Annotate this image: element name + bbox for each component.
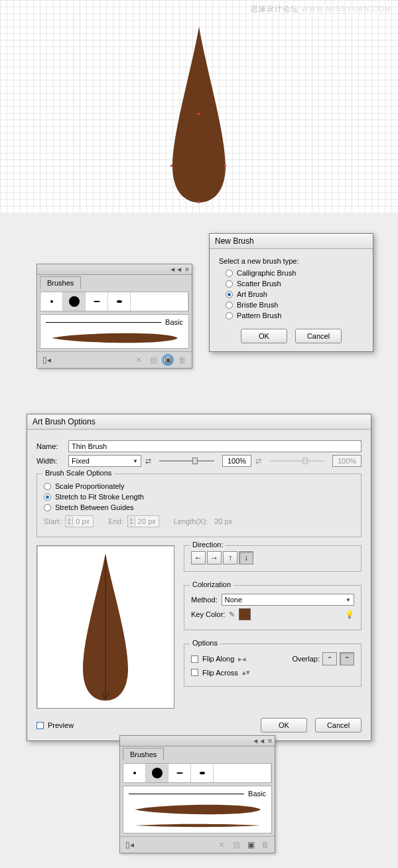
brush-basic-row[interactable]: Basic — [43, 317, 186, 327]
flip-across-icon: ▴▾ — [242, 668, 250, 677]
panel-tabbar: ◄◄ ≡ — [37, 264, 192, 275]
flip-across-checkbox[interactable] — [191, 669, 198, 676]
brush-thin-brush[interactable] — [126, 820, 269, 831]
options-of-selected-icon[interactable]: ▤ — [231, 839, 241, 850]
collapse-icon[interactable]: ◄◄ — [169, 266, 182, 273]
svg-point-6 — [152, 768, 163, 778]
brush-list: Basic — [40, 314, 189, 349]
watermark-cn: 思缘设计论坛 — [251, 5, 298, 13]
collapse-icon[interactable]: ◄◄ — [252, 737, 265, 744]
flip-across-label: Flip Across — [202, 669, 238, 677]
method-label: Method: — [191, 596, 218, 604]
direction-right-button[interactable]: → — [207, 551, 222, 564]
brush-swatch-2[interactable] — [63, 292, 86, 311]
key-color-swatch[interactable] — [239, 608, 251, 620]
brush-swatches-row — [123, 763, 272, 783]
start-spinner: ▲▼0 px — [65, 515, 94, 527]
width-mode-select[interactable]: Fixed▼ — [68, 455, 141, 467]
link-icon: ⇄ — [255, 457, 261, 466]
library-icon[interactable]: ▯◂ — [124, 839, 135, 850]
brush-swatch-4[interactable] — [108, 292, 131, 311]
preview-checkbox[interactable] — [36, 722, 44, 729]
remove-stroke-icon[interactable]: ✕ — [133, 355, 144, 365]
radio-art[interactable]: Art Brush — [226, 290, 364, 298]
prompt-label: Select a new brush type: — [219, 257, 364, 265]
artboard-canvas[interactable]: 思缘设计论坛 WWW.MISSYUAN.COM — [0, 0, 398, 213]
preview-label: Preview — [48, 721, 74, 729]
panel-tabbar: ◄◄ ≡ — [120, 736, 275, 746]
width-slider-1[interactable] — [159, 460, 214, 462]
remove-stroke-icon[interactable]: ✕ — [216, 839, 227, 850]
flip-along-icon: ▸◂ — [238, 655, 246, 663]
group-title: Brush Scale Options — [42, 469, 114, 477]
width-pct-1[interactable]: 100% — [222, 455, 251, 467]
direction-left-button[interactable]: ← — [191, 551, 206, 564]
brush-swatch-2[interactable] — [146, 764, 168, 782]
brushes-panel-result: ◄◄ ≡ Brushes Basic ▯◂ ✕ ▤ ▣ 🗑 — [119, 735, 275, 853]
svg-point-1 — [69, 296, 80, 307]
name-label: Name: — [36, 442, 64, 450]
trash-icon[interactable]: 🗑 — [260, 839, 271, 850]
ok-button[interactable]: OK — [261, 718, 307, 733]
options-of-selected-icon[interactable]: ▤ — [148, 355, 159, 365]
flip-width-icon[interactable]: ⇄ — [145, 457, 151, 466]
radio-stretch-guides[interactable]: Stretch Between Guides — [44, 503, 354, 511]
start-label: Start: — [44, 517, 61, 525]
radio-pattern[interactable]: Pattern Brush — [226, 311, 364, 319]
anchor-right[interactable] — [224, 165, 226, 167]
svg-point-5 — [133, 772, 136, 774]
brush-swatch-empty[interactable] — [131, 292, 188, 311]
anchor-center[interactable] — [198, 113, 200, 115]
anchor-left[interactable] — [170, 165, 172, 167]
svg-point-0 — [50, 300, 53, 303]
overlap-cut-button[interactable]: ⌃ — [340, 652, 354, 665]
panel-footer: ▯◂ ✕ ▤ ▣ 🗑 — [37, 351, 192, 368]
menu-icon[interactable]: ≡ — [185, 266, 189, 273]
new-brush-icon[interactable]: ▣ — [245, 839, 256, 850]
group-title: Colorization — [190, 580, 233, 588]
brush-artbrush-1[interactable] — [126, 802, 269, 818]
overlap-none-button[interactable]: ⌃ — [322, 652, 337, 665]
new-brush-icon[interactable]: ▣ — [163, 355, 173, 365]
name-input[interactable] — [68, 440, 362, 452]
width-label: Width: — [36, 457, 64, 465]
width-pct-2: 100% — [332, 455, 362, 467]
svg-point-7 — [176, 772, 183, 774]
brush-scale-group: Brush Scale Options Scale Proportionatel… — [36, 474, 362, 537]
cancel-button[interactable]: Cancel — [295, 329, 342, 343]
ok-button[interactable]: OK — [241, 329, 287, 343]
brush-list: Basic — [123, 786, 272, 833]
selected-path-leaf[interactable] — [159, 27, 239, 206]
brush-basic-label: Basic — [165, 318, 183, 326]
brushes-tab[interactable]: Brushes — [123, 748, 164, 760]
dialog-title: Art Brush Options — [27, 414, 371, 430]
brush-swatch-4[interactable] — [191, 764, 214, 782]
cancel-button[interactable]: Cancel — [315, 718, 362, 733]
new-brush-dialog: New Brush Select a new brush type: Calli… — [209, 233, 373, 352]
brush-basic-row[interactable]: Basic — [126, 788, 269, 799]
anchor-bottom[interactable] — [198, 201, 200, 203]
length-label: Length(X): — [174, 517, 208, 525]
tips-icon[interactable]: 💡 — [345, 610, 354, 619]
brushes-tab[interactable]: Brushes — [40, 276, 81, 289]
direction-up-button[interactable]: ↑ — [223, 551, 237, 564]
radio-calligraphic[interactable]: Calligraphic Brush — [226, 269, 364, 277]
radio-bristle[interactable]: Bristle Brush — [226, 301, 364, 309]
library-icon[interactable]: ▯◂ — [41, 355, 52, 365]
brush-swatch-1[interactable] — [40, 292, 63, 311]
brush-swatch-empty[interactable] — [214, 764, 271, 782]
direction-down-button[interactable]: ↓ — [239, 551, 253, 564]
brush-swatch-3[interactable] — [86, 292, 108, 311]
eyedropper-icon[interactable]: ✎ — [229, 610, 235, 619]
radio-scale-proportionately[interactable]: Scale Proportionately — [44, 482, 354, 490]
brush-swatch-3[interactable] — [168, 764, 191, 782]
watermark: 思缘设计论坛 WWW.MISSYUAN.COM — [251, 4, 391, 14]
trash-icon[interactable]: 🗑 — [177, 355, 188, 365]
radio-scatter[interactable]: Scatter Brush — [226, 280, 364, 288]
method-select[interactable]: None▼ — [222, 594, 354, 606]
brush-swatch-1[interactable] — [123, 764, 146, 782]
brush-artbrush-row[interactable] — [43, 330, 186, 346]
menu-icon[interactable]: ≡ — [268, 737, 272, 744]
radio-stretch-fit[interactable]: Stretch to Fit Stroke Length — [44, 493, 354, 501]
flip-along-checkbox[interactable] — [191, 655, 198, 663]
